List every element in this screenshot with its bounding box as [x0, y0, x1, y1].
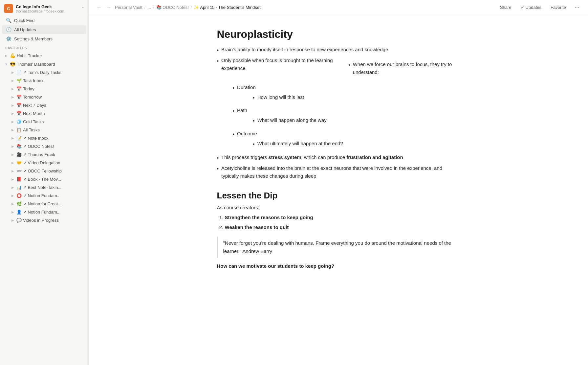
expand-arrow-note-inbox: ▶ [11, 136, 15, 140]
sidebar-item-thomas-dashboard[interactable]: ▼ 😎 Thomas' Dashboard [1, 60, 87, 68]
today-emoji: 📅 [16, 86, 22, 91]
sidebar-item-thomas-frank[interactable]: ▶ 🎥 ↗ Thomas Frank [1, 151, 87, 158]
favorite-button[interactable]: Favorite [548, 4, 569, 11]
workspace-name: College Info Geek [16, 4, 64, 9]
next-month-emoji: 📅 [16, 111, 22, 116]
book-mov-emoji: 📕 [16, 177, 22, 182]
bullet-path-label: Path [237, 107, 247, 113]
next-month-label: Next Month [23, 111, 45, 116]
sidebar-item-video-delegation[interactable]: ▶ 🤝 ↗ Video Delegation [1, 159, 87, 167]
sidebar-item-quick-find[interactable]: 🔍 Quick Find [2, 16, 86, 25]
expand-arrow-book-mov: ▶ [11, 177, 15, 181]
workspace-chevron-icon[interactable]: ⌃ [81, 6, 84, 11]
best-note-takin-emoji: 📊 [16, 185, 22, 190]
workspace-text: College Info Geek thomas@collegeinfogeek… [16, 4, 64, 13]
bold-question: How can we motivate our students to keep… [217, 263, 460, 269]
favorites-section-label: FAVORITES [0, 43, 88, 51]
sidebar-item-notion-for-creat[interactable]: ▶ 🌿 ↗ Notion for Creat... [1, 200, 87, 208]
numbered-item-1: Strengthen the reasons to keep going [225, 214, 460, 221]
expand-arrow-task-inbox: ▶ [11, 79, 15, 82]
settings-label: Settings & Members [14, 36, 53, 41]
stress-intro: This process triggers [221, 154, 268, 160]
bullet-path-content: Path What will happen along the way [237, 106, 327, 128]
page-heading: Neuroplasticity [217, 28, 460, 40]
bullet-how-long-text: How long will this last [257, 93, 304, 101]
gear-icon: ⚙️ [6, 36, 11, 41]
breadcrumb-odcc-notes[interactable]: 📚 ODCC Notes! [156, 5, 189, 10]
sidebar-item-next-7-days[interactable]: ▶ 📅 Next 7 Days [1, 102, 87, 109]
sidebar-item-tomorrow[interactable]: ▶ 📅 Tomorrow [1, 93, 87, 101]
all-tasks-emoji: 📋 [16, 127, 22, 132]
sidebar-item-task-inbox[interactable]: ▶ 🌱 Task Inbox [1, 77, 87, 84]
sidebar-item-best-note-takin[interactable]: ▶ 📊 ↗ Best Note-Takin... [1, 184, 87, 191]
sidebar-item-videos-in-progress[interactable]: ▶ 💬 Videos in Progress [1, 217, 87, 224]
expand-arrow-notion-fundam1: ▶ [11, 194, 15, 197]
main-area: ← → Personal Vault / ... / 📚 ODCC Notes!… [89, 0, 588, 365]
topbar-right: Share ✓ Updates Favorite ··· [497, 3, 581, 11]
more-options-button[interactable]: ··· [573, 3, 581, 11]
all-tasks-label: All Tasks [23, 127, 40, 132]
workspace-icon: C [4, 4, 13, 13]
sidebar-item-notion-fundam1[interactable]: ▶ ⭕ ↗ Notion Fundam... [1, 192, 87, 199]
sidebar-item-all-tasks[interactable]: ▶ 📋 All Tasks [1, 126, 87, 134]
check-icon: ✓ [521, 5, 524, 10]
duration-path-outcome-bullets: Duration How long will this last Path Wh… [225, 83, 460, 151]
notion-for-creat-label: ↗ Notion for Creat... [23, 201, 61, 206]
tomorrow-emoji: 📅 [16, 95, 22, 100]
sidebar-item-toms-daily-tasks[interactable]: ▶ 📄 ↗ Tom's Daily Tasks [1, 69, 87, 76]
sidebar-item-habit-tracker[interactable]: ▶ 💪 Habit Tracker [1, 52, 87, 59]
bullet-ultimately-text: What ultimately will happen at the end? [257, 140, 343, 148]
odcc-notes-label: ↗ ODCC Notes! [23, 144, 54, 149]
bullet-item-1: Brain's ability to modify itself in resp… [217, 46, 460, 55]
sidebar-item-note-inbox[interactable]: ▶ 📝 ↗ Note Inbox [1, 134, 87, 142]
breadcrumb-ellipsis[interactable]: ... [147, 5, 151, 10]
bullet-duration-content: Duration How long will this last [237, 83, 304, 105]
outcome-sub: What ultimately will happen at the end? [237, 140, 343, 148]
bullet-duration-label: Duration [237, 84, 256, 90]
search-icon: 🔍 [6, 18, 11, 23]
section-heading-lessen-dip: Lessen the Dip [217, 191, 460, 201]
share-button[interactable]: Share [497, 4, 514, 11]
numbered-item-2-text: Weaken the reasons to quit [225, 224, 289, 230]
sidebar-item-odcc-fellowship[interactable]: ▶ 👓 ↗ ODCC Fellowship [1, 167, 87, 175]
neuroplasticity-bullets-level1: Brain's ability to modify itself in resp… [217, 46, 460, 81]
expand-arrow-tomorrow: ▶ [11, 95, 15, 99]
habit-tracker-emoji: 💪 [10, 53, 15, 58]
odcc-notes-emoji: 📚 [16, 144, 22, 149]
next7-label: Next 7 Days [23, 103, 46, 108]
sidebar-item-all-updates[interactable]: 🕐 All Updates [2, 25, 86, 34]
bullet-stress-text: This process triggers stress system, whi… [221, 153, 403, 161]
cold-tasks-label: Cold Tasks [23, 119, 44, 124]
sidebar-item-next-month[interactable]: ▶ 📅 Next Month [1, 110, 87, 117]
sidebar-item-settings[interactable]: ⚙️ Settings & Members [2, 34, 86, 43]
sidebar-item-book-mov[interactable]: ▶ 📕 ↗ Book - The Mov... [1, 175, 87, 183]
as-course-creators-text: As course creators: [217, 205, 460, 210]
workspace-info[interactable]: C College Info Geek thomas@collegeinfoge… [4, 4, 64, 13]
topbar: ← → Personal Vault / ... / 📚 ODCC Notes!… [89, 0, 588, 15]
quick-find-label: Quick Find [14, 18, 34, 23]
bullet-ultimately: What ultimately will happen at the end? [253, 140, 343, 148]
notion-for-creat-emoji: 🌿 [16, 201, 22, 206]
bullet-outcome: Outcome What ultimately will happen at t… [233, 130, 460, 151]
bullet-outcome-label: Outcome [237, 131, 257, 136]
book-mov-label: ↗ Book - The Mov... [23, 177, 61, 182]
notion-fundam2-label: ↗ Notion Fundam... [23, 210, 60, 215]
numbered-item-1-text: Strengthen the reasons to keep going [225, 215, 313, 220]
sidebar-item-notion-fundam2[interactable]: ▶ 👤 ↗ Notion Fundam... [1, 208, 87, 216]
odcc-fellowship-emoji: 👓 [16, 169, 22, 173]
sidebar-item-today[interactable]: ▶ 📅 Today [1, 85, 87, 93]
expand-arrow-notion-for-creat: ▶ [11, 202, 15, 206]
forward-button[interactable]: → [105, 4, 113, 11]
updates-button[interactable]: ✓ Updates [518, 4, 544, 11]
back-button[interactable]: ← [95, 4, 103, 11]
toms-daily-label: ↗ Tom's Daily Tasks [23, 70, 61, 75]
bullet-item-2-text: Only possible when focus is brought to t… [221, 57, 338, 72]
breadcrumb-personal-vault[interactable]: Personal Vault [115, 5, 142, 10]
videos-in-progress-emoji: 💬 [16, 218, 22, 223]
sidebar-item-cold-tasks[interactable]: ▶ 🧊 Cold Tasks [1, 118, 87, 125]
expand-arrow-odcc-notes: ▶ [11, 145, 15, 148]
task-inbox-label: Task Inbox [23, 78, 43, 83]
sidebar-item-odcc-notes[interactable]: ▶ 📚 ↗ ODCC Notes! [1, 143, 87, 150]
stress-bold2: frustration and agitation [346, 154, 403, 160]
numbered-list: Strengthen the reasons to keep going Wea… [217, 214, 460, 231]
